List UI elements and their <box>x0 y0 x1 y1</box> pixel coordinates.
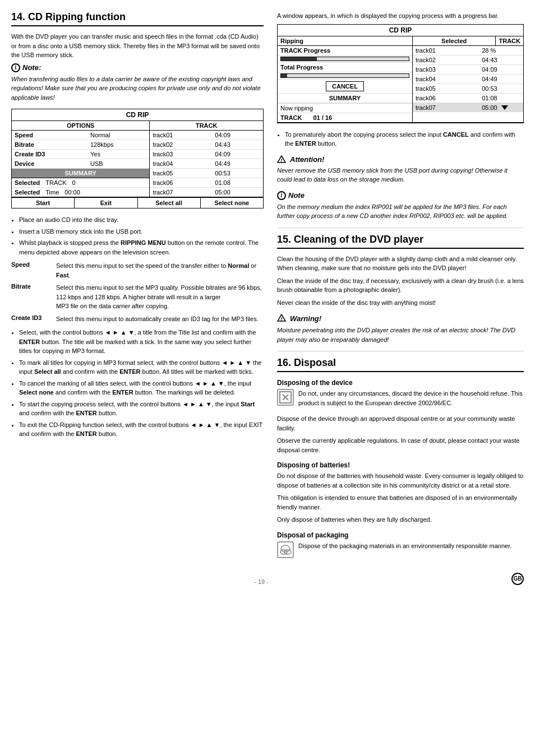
disposing-batteries-title: Disposing of batteries! <box>277 461 524 469</box>
track-time-6: 01:08 <box>212 178 263 187</box>
cd-rip-right-title: CD RIP <box>278 25 523 36</box>
track-time-7: 05:00 <box>212 188 263 197</box>
opt-val-speed: Normal <box>87 131 149 140</box>
bottom-buttons: Start Exit Select all Select none <box>12 197 263 208</box>
total-progress-label: Total Progress <box>278 62 412 72</box>
disposing-batteries-text2: This obligation is intended to ensure th… <box>277 493 524 512</box>
disposing-device-text3: Observe the currently applicable regulat… <box>277 436 524 454</box>
bullet2-1: Select, with the control buttons ◄ ► ▲ ▼… <box>19 328 264 356</box>
option-createid3: Create ID3 Yes <box>12 150 149 159</box>
select-none-button[interactable]: Select none <box>201 198 263 208</box>
country-badge: GB <box>511 573 524 585</box>
opt-key-speed: Speed <box>12 131 87 140</box>
bullet2-3: To cancel the marking of all titles sele… <box>19 379 264 397</box>
bullet-2: Insert a USB memory stick into the USB p… <box>19 227 264 236</box>
start-button[interactable]: Start <box>12 198 75 208</box>
section15-text1: Clean the housing of the DVD player with… <box>277 254 524 273</box>
disposing-batteries-text3: Only dispose of batteries when they are … <box>277 515 524 525</box>
track-num-value: 01 / 16 <box>311 113 335 122</box>
sel-label-track: Selected <box>12 178 43 187</box>
track-entry-3: track03 04:09 <box>150 150 263 159</box>
term-bitrate: Bitrate Select this menu input to set th… <box>11 283 264 311</box>
now-ripping-row: Now ripping <box>278 103 412 113</box>
selected-col-header: Selected <box>413 36 496 45</box>
cd-rip-title: CD RIP <box>12 109 263 121</box>
term-speed: Speed Select this menu input to set the … <box>11 261 264 280</box>
rip-track-name-3: track03 <box>413 65 479 74</box>
rip-track-time-4: 04:49 <box>479 75 523 84</box>
selected-time-row: Selected Time 00:00 <box>12 188 149 197</box>
rip-track-6: track06 01:08 <box>413 94 523 103</box>
note-text: When transfering audio files to a data c… <box>11 75 264 103</box>
disposing-device-text: Do not, under any circumstances, discard… <box>298 389 524 411</box>
track-time-5: 00:53 <box>212 169 263 178</box>
select-all-button[interactable]: Select all <box>138 198 201 208</box>
sel-label-time: Selected <box>12 188 43 197</box>
term-label-speed: Speed <box>11 261 56 280</box>
section15-text2: Clean the inside of the disc tray, if ne… <box>277 276 524 295</box>
track-entry-1: track01 04:09 <box>150 131 263 140</box>
warning-text: Moisture penetrating into the DVD player… <box>277 326 524 344</box>
sel-value-track: TRACK <box>43 178 69 187</box>
opt-val-createid3: Yes <box>87 150 149 159</box>
track-header: TRACK <box>150 121 263 131</box>
rip-track-time-5: 00:53 <box>479 84 523 93</box>
rip-track-name-4: track04 <box>413 75 479 84</box>
section16-title: 16. Disposal <box>277 357 524 372</box>
sel-count: 0 <box>70 178 79 187</box>
bullets-list: Place an audio CD into the disc tray. In… <box>19 215 264 257</box>
note2-title: i Note <box>277 191 524 200</box>
info-icon-2: i <box>277 191 286 200</box>
rip-track-7: track07 05:00 <box>413 103 523 112</box>
option-bitrate: Bitrate 128kbps <box>12 140 149 150</box>
bullet-1: Place an audio CD into the disc tray. <box>19 215 264 225</box>
track-name-4: track04 <box>150 159 212 168</box>
track-entry-5: track05 00:53 <box>150 169 263 178</box>
now-ripping-label: Now ripping <box>278 104 316 113</box>
rip-track-name-5: track05 <box>413 84 479 93</box>
warning-box: ! Warning! Moisture penetrating into the… <box>277 314 524 344</box>
disposal-device-icon <box>277 389 294 406</box>
term-desc-createid3: Select this menu input to automatically … <box>56 314 264 324</box>
cancel-button-rip[interactable]: CANCEL <box>326 81 364 91</box>
rip-track-time-1: 28 % <box>479 46 523 55</box>
cancel-note-list: To prematurely abort the copying process… <box>285 130 524 149</box>
total-progress-fill <box>281 74 287 77</box>
track-num-row: TRACK 01 / 16 <box>278 113 412 122</box>
exit-button[interactable]: Exit <box>75 198 137 208</box>
sel-time-value: 00:00 <box>62 188 83 197</box>
note2-text: On the memory medium the index RIP001 wi… <box>277 202 524 221</box>
track-name-5: track05 <box>150 169 212 178</box>
disposing-device-text2: Dispose of the device through an approve… <box>277 414 524 433</box>
track-name-1: track01 <box>150 131 212 140</box>
note-box: i Note: When transfering audio files to … <box>11 63 264 103</box>
track-progress-bar <box>280 57 409 61</box>
warning-label: Warning! <box>290 314 321 323</box>
bullet2-4: To start the copying process select, wit… <box>19 400 264 418</box>
svg-point-7 <box>281 545 290 552</box>
track-entry-6: track06 01:08 <box>150 178 263 188</box>
ripping-header: Ripping <box>278 36 306 45</box>
term-createid3: Create ID3 Select this menu input to aut… <box>11 314 264 324</box>
track-entry-7: track07 05:00 <box>150 188 263 197</box>
rip-track-2: track02 04:43 <box>413 55 523 65</box>
term-desc-bitrate: Select this menu input to set the MP3 qu… <box>56 283 264 311</box>
rip-track-5: track05 00:53 <box>413 84 523 94</box>
term-label-createid3: Create ID3 <box>11 314 56 324</box>
total-progress-bar <box>280 73 409 78</box>
attention-box: ! Attention! Never remove the USB memory… <box>277 155 524 184</box>
rip-track-name-2: track02 <box>413 55 479 64</box>
selected-track-row: Selected TRACK 0 <box>12 178 149 188</box>
track-time-3: 04:09 <box>212 150 263 159</box>
warning-triangle-icon-2: ! <box>277 314 286 323</box>
attention-text: Never remove the USB memory stick from t… <box>277 166 524 184</box>
track-name-7: track07 <box>150 188 212 197</box>
cd-rip-table-left: CD RIP OPTIONS Speed Normal Bitrate 128k… <box>11 109 264 208</box>
note-label: Note: <box>22 63 41 72</box>
warning-title-row: ! Warning! <box>277 314 524 323</box>
track-progress-label: TRACK Progress <box>278 46 412 55</box>
track-name-6: track06 <box>150 178 212 187</box>
track-time-4: 04:49 <box>212 159 263 168</box>
rip-track-name-1: track01 <box>413 46 479 55</box>
section15-text3: Never clean the inside of the disc tray … <box>277 298 524 308</box>
